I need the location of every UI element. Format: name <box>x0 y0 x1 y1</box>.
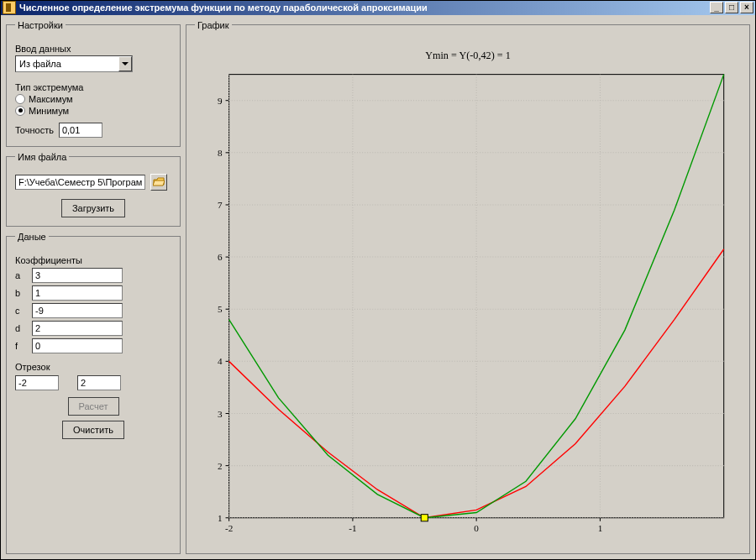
svg-text:3: 3 <box>218 408 223 418</box>
coef-c-input[interactable] <box>32 303 123 318</box>
chevron-down-icon <box>118 56 132 71</box>
clear-button[interactable]: Очистить <box>62 421 124 439</box>
svg-text:5: 5 <box>218 304 223 314</box>
settings-legend: Настройки <box>15 20 66 30</box>
close-button[interactable]: × <box>740 2 753 13</box>
window-title: Численное определение экстремума функции… <box>19 3 710 13</box>
file-path-input[interactable] <box>15 175 145 190</box>
coef-d-input[interactable] <box>32 321 123 336</box>
radio-max-row[interactable]: Максимум <box>15 94 171 104</box>
coef-a-input[interactable] <box>32 268 123 283</box>
svg-text:1: 1 <box>218 513 223 523</box>
svg-text:-1: -1 <box>349 523 356 533</box>
svg-text:2: 2 <box>218 460 223 470</box>
extremum-type-label: Тип экстремума <box>15 82 171 92</box>
chart-legend: График <box>195 20 232 30</box>
chart-canvas: Ymin = Y(-0,42) = 1123456789-2-101 <box>195 40 741 543</box>
file-group: Имя файла Загрузить <box>6 152 181 227</box>
svg-text:-2: -2 <box>225 523 233 533</box>
settings-group: Настройки Ввод данных Из файла Тип экстр… <box>6 20 181 147</box>
coefficients-label: Коэффициенты <box>15 255 171 265</box>
radio-min[interactable] <box>15 106 25 116</box>
data-legend: Даные <box>15 232 49 242</box>
svg-text:1: 1 <box>598 523 603 533</box>
maximize-button[interactable]: □ <box>725 2 738 13</box>
input-mode-combo[interactable]: Из файла <box>15 55 133 72</box>
browse-file-button[interactable] <box>150 174 167 191</box>
close-icon: × <box>744 3 749 12</box>
minimize-icon: _ <box>714 3 719 12</box>
calculate-button[interactable]: Расчет <box>68 397 119 416</box>
range-from-input[interactable] <box>15 375 59 390</box>
coef-b-input[interactable] <box>32 285 123 301</box>
minimize-button[interactable]: _ <box>710 2 723 13</box>
radio-min-row[interactable]: Минимум <box>15 106 171 116</box>
data-group: Даные Коэффициенты a b c d f Отрезок Рас… <box>6 232 181 554</box>
title-bar: Численное определение экстремума функции… <box>1 1 755 15</box>
radio-min-label: Минимум <box>29 106 69 116</box>
coef-a-label: a <box>15 270 24 280</box>
radio-max[interactable] <box>15 94 25 104</box>
load-button[interactable]: Загрузить <box>61 199 125 217</box>
svg-text:Ymin = Y(-0,42) = 1: Ymin = Y(-0,42) = 1 <box>425 50 511 61</box>
maximize-icon: □ <box>729 3 734 12</box>
app-icon <box>3 1 16 14</box>
svg-text:9: 9 <box>218 96 223 106</box>
input-mode-value: Из файла <box>19 59 61 69</box>
svg-rect-41 <box>421 514 428 521</box>
range-label: Отрезок <box>15 362 171 372</box>
radio-max-label: Максимум <box>29 94 73 104</box>
coef-b-label: b <box>15 288 24 298</box>
svg-text:8: 8 <box>218 148 223 158</box>
file-legend: Имя файла <box>15 152 69 162</box>
folder-open-icon <box>153 177 165 187</box>
svg-text:0: 0 <box>474 523 479 533</box>
coef-c-label: c <box>15 306 24 316</box>
input-mode-label: Ввод данных <box>15 44 171 54</box>
precision-input[interactable] <box>59 123 102 138</box>
range-to-input[interactable] <box>77 375 121 390</box>
svg-text:6: 6 <box>218 252 223 262</box>
precision-label: Точность <box>15 125 54 135</box>
coef-d-label: d <box>15 323 24 333</box>
chart-group: График Ymin = Y(-0,42) = 1123456789-2-10… <box>186 20 750 554</box>
chart-area: Ymin = Y(-0,42) = 1123456789-2-101 <box>195 40 741 545</box>
coef-f-input[interactable] <box>32 338 123 353</box>
coef-f-label: f <box>15 341 24 351</box>
svg-text:4: 4 <box>218 356 223 366</box>
svg-text:7: 7 <box>218 200 223 210</box>
